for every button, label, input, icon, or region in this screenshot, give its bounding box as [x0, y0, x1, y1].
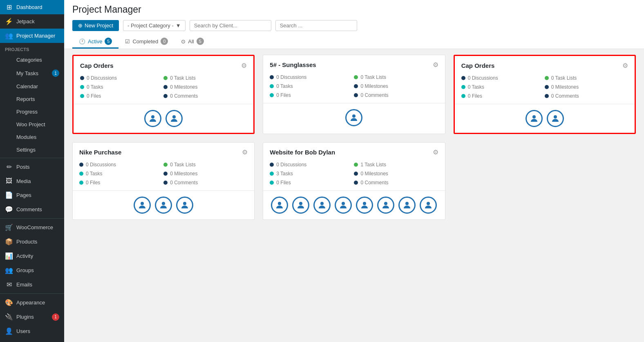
plugins-icon: 🔌: [5, 313, 13, 321]
sidebar-item-pages[interactable]: 📄 Pages: [0, 188, 64, 202]
active-count: 5: [105, 38, 112, 45]
avatar[interactable]: [176, 197, 193, 214]
project-title: Cap Orders: [80, 62, 114, 69]
stat-discussions: 0 Discussions: [79, 162, 163, 168]
avatar[interactable]: [144, 110, 161, 127]
sidebar-item-label: Pages: [16, 192, 31, 198]
avatar[interactable]: [335, 197, 352, 214]
sidebar-item-products[interactable]: 📦 Products: [0, 235, 64, 249]
tab-all[interactable]: ⊙ All 5: [174, 35, 210, 49]
dot-icon: [79, 181, 83, 185]
avatar[interactable]: [345, 109, 362, 126]
sidebar-item-modules[interactable]: Modules: [0, 131, 64, 143]
sidebar-item-label: Modules: [16, 134, 36, 140]
sidebar-item-posts[interactable]: ✏ Posts: [0, 160, 64, 174]
avatar[interactable]: [356, 197, 373, 214]
appearance-icon: 🎨: [5, 299, 13, 306]
sidebar-item-categories[interactable]: Categories: [0, 54, 64, 66]
search-input[interactable]: [275, 20, 357, 31]
sidebar-item-project-manager[interactable]: 👥 Project Manager: [0, 29, 64, 43]
tab-completed[interactable]: ☑ Completed 0: [119, 35, 174, 49]
tab-active[interactable]: 🕐 Active 5: [72, 35, 119, 49]
posts-icon: ✏: [5, 163, 13, 171]
sidebar-item-reports[interactable]: Reports: [0, 93, 64, 105]
svg-point-6: [162, 202, 165, 205]
project-title: Nike Purchase: [79, 149, 121, 156]
avatar[interactable]: [165, 110, 183, 127]
sidebar-item-my-tasks[interactable]: My Tasks 1: [0, 66, 64, 80]
project-title: Website for Bob Dylan: [270, 149, 335, 156]
sidebar-item-activity[interactable]: 📊 Activity: [0, 249, 64, 263]
avatar[interactable]: [271, 197, 288, 214]
sidebar-item-users[interactable]: 👤 Users: [0, 324, 64, 338]
project-tabs: 🕐 Active 5 ☑ Completed 0 ⊙ All 5: [72, 35, 636, 49]
gear-icon[interactable]: ⚙: [433, 148, 438, 156]
avatar[interactable]: [420, 197, 437, 214]
dashboard-icon: ⊞: [5, 3, 13, 11]
svg-point-9: [299, 202, 302, 205]
projects-grid: Cap Orders ⚙ 0 Discussions 0 Task Lists …: [72, 55, 636, 220]
avatar[interactable]: [525, 110, 543, 127]
stat-files: 0 Files: [270, 180, 354, 186]
sidebar-item-dashboard[interactable]: ⊞ Dashboard: [0, 0, 64, 14]
dot-icon: [163, 181, 168, 185]
svg-point-0: [151, 115, 154, 118]
project-title: 5# - Sunglasses: [270, 61, 316, 68]
avatar[interactable]: [134, 197, 151, 214]
header: Project Manager ⊕ New Project - Project …: [64, 0, 644, 49]
avatar[interactable]: [398, 197, 416, 214]
dot-icon: [270, 93, 274, 97]
sidebar-item-label: Media: [16, 178, 31, 184]
project-card-cap-orders-2: Cap Orders ⚙ 0 Discussions 0 Task Lists …: [454, 55, 636, 134]
sidebar-item-jetpack[interactable]: ⚡ Jetpack: [0, 14, 64, 29]
avatar[interactable]: [547, 110, 564, 127]
project-title: Cap Orders: [461, 62, 495, 69]
avatar[interactable]: [377, 197, 394, 214]
dot-icon: [545, 85, 549, 89]
sidebar-item-media[interactable]: 🖼 Media: [0, 174, 64, 188]
dot-icon: [163, 94, 168, 98]
avatar[interactable]: [155, 197, 172, 214]
gear-icon[interactable]: ⚙: [433, 61, 438, 69]
stat-discussions: 0 Discussions: [461, 75, 545, 81]
groups-icon: 👥: [5, 266, 13, 274]
new-project-button[interactable]: ⊕ New Project: [72, 20, 119, 31]
all-icon: ⊙: [181, 38, 186, 45]
sidebar-item-label: Appearance: [16, 300, 45, 306]
stat-tasks: 0 Tasks: [270, 83, 354, 89]
project-card-sunglasses: 5# - Sunglasses ⚙ 0 Discussions 0 Task L…: [263, 55, 445, 134]
sidebar-item-calendar[interactable]: Calendar: [0, 80, 64, 93]
products-icon: 📦: [5, 238, 13, 246]
sidebar-item-groups[interactable]: 👥 Groups: [0, 263, 64, 277]
gear-icon[interactable]: ⚙: [242, 148, 248, 156]
sidebar-item-woocommerce[interactable]: 🛒 WooCommerce: [0, 220, 64, 235]
gear-icon[interactable]: ⚙: [622, 62, 628, 69]
search-by-client-input[interactable]: [190, 20, 271, 31]
stat-comments: 0 Comments: [163, 93, 247, 99]
sidebar-item-settings[interactable]: Settings: [0, 143, 64, 156]
clock-icon: 🕐: [79, 38, 85, 45]
sidebar-item-emails[interactable]: ✉ Emails: [0, 277, 64, 292]
project-card-footer: [455, 104, 635, 133]
project-card-footer: [263, 190, 445, 219]
stat-comments: 0 Comments: [163, 180, 248, 186]
avatar[interactable]: [292, 197, 309, 214]
sidebar-item-progress[interactable]: Progress: [0, 105, 64, 118]
sidebar-item-plugins[interactable]: 🔌 Plugins 1: [0, 310, 64, 324]
sidebar-item-comments[interactable]: 💬 Comments: [0, 202, 64, 217]
gear-icon[interactable]: ⚙: [241, 62, 247, 69]
sidebar-item-appearance[interactable]: 🎨 Appearance: [0, 295, 64, 310]
stat-milestones: 0 Milestones: [354, 171, 438, 177]
sidebar-item-woo-project[interactable]: Woo Project: [0, 118, 64, 131]
completed-count: 0: [161, 38, 168, 45]
dot-icon: [163, 172, 168, 176]
category-dropdown[interactable]: - Project Category - ▼: [123, 20, 186, 31]
toolbar: ⊕ New Project - Project Category - ▼: [72, 20, 636, 31]
project-card-header: Cap Orders ⚙: [455, 56, 635, 74]
plus-icon: ⊕: [78, 22, 83, 29]
svg-point-11: [342, 202, 345, 205]
project-manager-icon: 👥: [5, 32, 13, 40]
dot-icon: [354, 163, 358, 167]
content-area: ⊞ ≡ Cap Orders ⚙ 0 Discussions 0 Task Li…: [64, 49, 644, 342]
avatar[interactable]: [313, 197, 331, 214]
